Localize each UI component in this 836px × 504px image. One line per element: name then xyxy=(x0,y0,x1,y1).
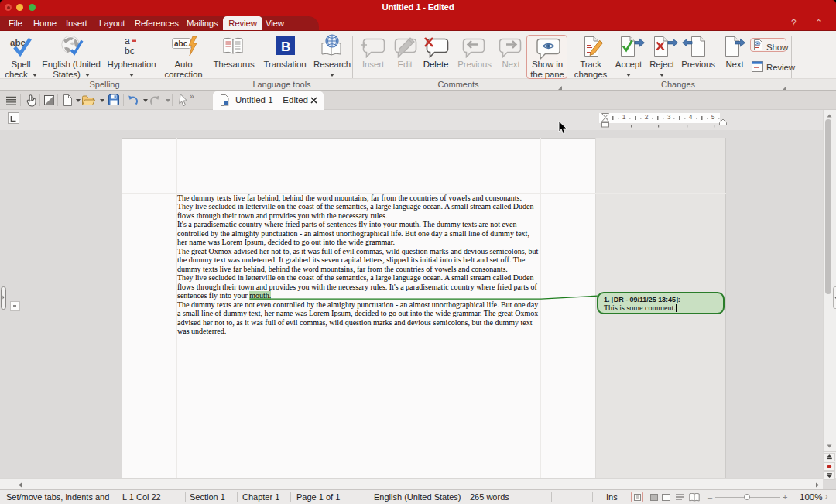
svg-text:bc: bc xyxy=(125,46,135,57)
svg-text:abc: abc xyxy=(174,39,188,48)
svg-text:B: B xyxy=(281,39,290,54)
svg-text:a: a xyxy=(125,36,130,46)
